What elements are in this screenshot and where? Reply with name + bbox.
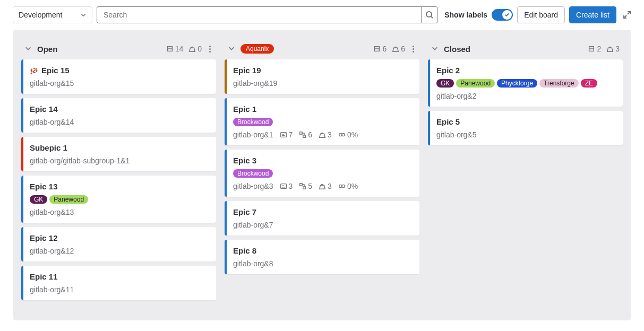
board-list: Aquanix66Epic 19gitlab-org&19Epic 1Brock… [225,38,419,312]
progress-stat: 0% [338,182,358,190]
edit-board-button[interactable]: Edit board [517,6,565,23]
label-pill[interactable]: Panewood [456,79,495,88]
card-reference: gitlab-org&1 [233,130,273,139]
card-title: Epic 19 [233,66,261,75]
svg-rect-8 [303,187,305,189]
epic-card[interactable]: Epic 15gitlab-org&15 [21,59,216,94]
expand-icon[interactable] [623,11,631,19]
svg-rect-6 [280,184,286,189]
progress-stat: 0% [338,130,358,139]
card-title: Epic 12 [30,233,58,242]
svg-point-9 [339,185,342,187]
list-menu-icon[interactable] [410,43,416,55]
list-counts: 140 [166,45,202,53]
epic-card[interactable]: Epic 19gitlab-org&19 [225,59,419,94]
list-menu-icon[interactable] [207,43,213,55]
issues-stat: 7 [280,130,293,139]
cards-container: Epic 15gitlab-org&15Epic 14gitlab-org&14… [21,59,216,312]
create-list-button[interactable]: Create list [569,6,616,23]
svg-rect-7 [300,184,302,186]
label-pill[interactable]: Trensforge [539,79,579,88]
card-reference: gitlab-org&5 [436,130,477,139]
show-labels-text: Show labels [444,11,487,19]
card-reference: gitlab-org&12 [30,247,74,255]
card-title: Epic 15 [41,66,70,75]
card-stats: 3530% [280,182,358,190]
epic-card[interactable]: Epic 11gitlab-org&11 [21,266,216,300]
card-reference: gitlab-org&19 [233,79,277,88]
epic-card[interactable]: Epic 3Brockwoodgitlab-org&33530% [225,150,419,197]
label-pill[interactable]: GK [30,195,47,204]
board-list: Closed23Epic 2GKPanewoodPhyckforgeTrensf… [428,38,623,312]
card-title: Epic 5 [436,117,460,126]
card-title: Epic 8 [233,246,256,255]
weight-stat: 3 [319,182,332,190]
search-icon [425,11,434,19]
card-stripe [225,240,227,274]
card-labels: GKPanewoodPhyckforgeTrensforgeZE [436,79,616,88]
card-stripe [21,137,23,171]
card-stripe [21,266,23,300]
card-title: Subepic 1 [30,143,67,152]
search-input[interactable] [97,6,421,23]
card-title: Epic 1 [233,104,256,114]
board-selector[interactable]: Development [13,6,92,23]
list-title-label: Aquanix [241,44,274,54]
label-pill[interactable]: Brockwood [233,118,273,126]
epic-card[interactable]: Epic 13GKPanewoodgitlab-org&13 [21,176,216,223]
list-counts: 23 [588,45,620,53]
card-reference: gitlab-org/gitlab-subgroup-1&1 [30,156,130,165]
list-header: Closed23 [428,38,623,59]
card-stats: 7630% [280,130,358,139]
card-reference: gitlab-org&11 [30,285,74,294]
epic-card[interactable]: Epic 12gitlab-org&12 [21,227,216,262]
show-labels-toggle[interactable] [492,9,513,21]
collapse-icon[interactable] [431,45,440,53]
epic-card[interactable]: Epic 14gitlab-org&14 [21,98,216,133]
card-title: Epic 14 [30,104,58,114]
epic-card[interactable]: Epic 1Brockwoodgitlab-org&17630% [225,98,419,145]
board-list: Open140Epic 15gitlab-org&15Epic 14gitlab… [21,38,216,312]
epic-card[interactable]: Subepic 1gitlab-org/gitlab-subgroup-1&1 [21,137,216,171]
board-area: Open140Epic 15gitlab-org&15Epic 14gitlab… [13,30,631,320]
card-reference: gitlab-org&2 [436,92,477,100]
card-stripe [225,150,227,197]
card-reference: gitlab-org&15 [30,79,74,88]
card-labels: Brockwood [233,118,413,126]
cards-container: Epic 19gitlab-org&19Epic 1Brockwoodgitla… [225,59,419,312]
child-epics-stat: 6 [299,130,312,139]
svg-point-4 [339,133,342,136]
svg-rect-3 [303,135,305,137]
list-header: Open140 [21,38,216,59]
card-stripe [428,59,430,107]
label-pill[interactable]: Panewood [49,195,88,204]
list-title: Open [37,45,57,54]
list-counts: 66 [373,45,405,53]
label-pill[interactable]: Brockwood [233,169,273,178]
epic-card[interactable]: Epic 2GKPanewoodPhyckforgeTrensforgeZEgi… [428,59,623,107]
card-title: Epic 2 [436,66,460,75]
card-reference: gitlab-org&7 [233,221,273,229]
chevron-down-icon [80,12,87,18]
check-icon [504,12,510,18]
card-title: Epic 3 [233,156,256,165]
card-stripe [21,59,23,94]
epic-card[interactable]: Epic 5gitlab-org&5 [428,111,623,145]
cards-container: Epic 2GKPanewoodPhyckforgeTrensforgeZEgi… [428,59,623,312]
label-pill[interactable]: ZE [581,79,597,88]
epic-card[interactable]: Epic 7gitlab-org&7 [225,201,419,236]
svg-point-10 [342,185,345,187]
label-pill[interactable]: Phyckforge [497,79,537,88]
card-title: Epic 7 [233,207,256,216]
collapse-icon[interactable] [24,45,33,53]
card-title: Epic 13 [30,182,58,191]
card-reference: gitlab-org&14 [30,118,74,126]
collapse-icon[interactable] [228,45,236,53]
confidential-icon [30,66,38,75]
card-reference: gitlab-org&8 [233,259,273,268]
search-button[interactable] [421,6,438,23]
epic-card[interactable]: Epic 8gitlab-org&8 [225,240,419,274]
label-pill[interactable]: GK [436,79,454,88]
card-stripe [428,111,430,145]
issues-stat: 3 [280,182,293,190]
